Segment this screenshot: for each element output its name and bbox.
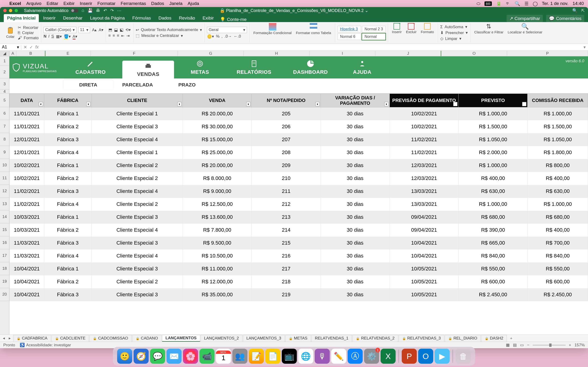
cell-cli[interactable]: Cliente Especial 2 [92,172,182,185]
menu-ferramentas[interactable]: Ferramentas [121,1,146,6]
clear-button[interactable]: ◇Limpar ▾ [440,36,468,41]
table-row[interactable]: 11/03/2021Fábrica 3Cliente Especial 3R$ … [10,237,588,250]
cell-previsto[interactable]: R$ 680,00 [459,211,527,224]
cell-fab[interactable]: Fábrica 4 [44,146,92,159]
dock-finder[interactable]: 🙂 [117,349,132,364]
row-header[interactable]: 3 [0,78,9,90]
cell-prev[interactable]: 11/02/2021 [389,146,458,159]
nav-vendas[interactable]: VENDAS [122,61,174,78]
cut-button[interactable]: ✂Recortar [18,25,39,30]
number-format-select[interactable]: Geral▾ [207,27,247,33]
cell-prev[interactable]: 10/05/2021 [389,288,458,301]
dock-settings[interactable]: ⚙️1 [364,349,379,364]
cell-nota[interactable]: 219 [252,288,320,301]
filter-icon[interactable]: ▾ [86,102,91,106]
menu-formatar[interactable]: Formatar [97,1,115,6]
dock-excel[interactable]: X [380,349,396,364]
row-header[interactable]: 2 [0,66,9,78]
cell-data[interactable]: 11/01/2021 [10,120,44,133]
cell-nota[interactable]: 215 [252,237,320,250]
cell-fab[interactable]: Fábrica 4 [44,250,92,262]
cell-prev[interactable]: 13/03/2021 [389,185,458,198]
cell-style-normal23[interactable]: Normal 2 3 [362,26,386,33]
zoom-slider[interactable] [533,345,566,346]
enter-icon[interactable]: ✓ [29,45,33,50]
font-size-select[interactable]: 11▾ [78,27,90,33]
sheet-tab[interactable]: 🔒CADCOMISSAO [89,335,132,342]
cell-com[interactable]: R$ 1.000,00 [527,107,588,120]
filter-icon[interactable]: ▾ [177,102,182,106]
nav-relatorios[interactable]: RELATÓRIOS [226,56,282,78]
subtab-direta[interactable]: DIRETA [63,80,113,90]
cell-fab[interactable]: Fábrica 3 [44,288,92,301]
cell-venda[interactable]: R$ 10.500,00 [183,250,252,262]
th-previsao-pag[interactable]: PREVISÃO DE PAGAMENTO▾ [389,94,458,107]
cell-previsto[interactable]: R$ 630,00 [459,185,527,198]
menu-inserir[interactable]: Inserir [80,1,92,6]
col-header[interactable]: P [507,51,588,56]
cell-var[interactable]: 30 dias [320,172,389,185]
format-as-table-button[interactable]: Formatar como Tabela [294,23,333,42]
font-color-button[interactable]: A▾ [73,34,77,39]
table-row[interactable]: 12/01/2021Fábrica 3Cliente Especial 4R$ … [10,133,588,146]
cell-data[interactable]: 11/03/2021 [10,250,44,262]
cell-data[interactable]: 10/03/2021 [10,211,44,224]
cell-var[interactable]: 30 dias [320,211,389,224]
cell-fab[interactable]: Fábrica 4 [44,198,92,211]
table-row[interactable]: 10/04/2021Fábrica 2Cliente Especial 2R$ … [10,275,588,288]
insert-cells-button[interactable]: ＋Inserir [390,23,403,42]
bold-button[interactable]: N [43,34,46,39]
table-row[interactable]: 12/01/2021Fábrica 4Cliente Especial 1R$ … [10,146,588,159]
cell-fab[interactable]: Fábrica 1 [44,211,92,224]
border-button[interactable]: ▦▾ [56,34,62,39]
zoom-level[interactable]: 157% [575,343,585,348]
name-box[interactable]: A1▾ [0,45,21,50]
cell-previsto[interactable]: R$ 390,00 [459,224,527,237]
row-header[interactable]: 6 [0,107,9,120]
sheet-tab[interactable]: 🔒DASH2 [481,335,507,342]
cell-fab[interactable]: Fábrica 2 [44,224,92,237]
fill-color-button[interactable]: 🪣▾ [64,34,71,39]
dock-trash[interactable]: 🗑 [456,349,471,364]
row-header[interactable]: 19 [0,275,9,288]
cell-com[interactable]: R$ 400,00 [527,224,588,237]
align-left-button[interactable]: ≡ [108,33,111,38]
ribbon-collapse-icon[interactable]: ⇱ [581,8,585,13]
control-center-icon[interactable]: ☰ [525,1,528,6]
cell-nota[interactable]: 218 [252,275,320,288]
dock-facetime[interactable]: 📹 [199,349,215,364]
cell-com[interactable]: R$ 550,00 [527,262,588,275]
prev-sheet-button[interactable]: ▸ [7,335,12,341]
row-header[interactable]: 7 [0,120,9,133]
cell-data[interactable]: 10/02/2021 [10,159,44,172]
autosum-button[interactable]: ΣAutoSoma ▾ [440,25,468,29]
cell-var[interactable]: 30 dias [320,107,389,120]
qat-more-icon[interactable]: ⋯ [117,8,121,13]
comments-button[interactable]: 💬Comentários [546,15,584,22]
cell-nota[interactable]: 217 [252,262,320,275]
cell-prev[interactable]: 12/03/2021 [389,159,458,172]
dock-quicktime[interactable]: ▶ [435,349,450,364]
cell-fab[interactable]: Fábrica 3 [44,237,92,250]
cell-previsto[interactable]: R$ 1.000,00 [459,198,527,211]
sheet-tab[interactable]: LANÇAMENTOS_2 [201,335,242,342]
page-layout-button[interactable]: ▤ [513,342,517,348]
cell-previsto[interactable]: R$ 2.000,00 [459,146,527,159]
cell-prev[interactable]: 10/02/2021 [389,107,458,120]
th-venda[interactable]: VENDA▾ [183,94,252,107]
percent-button[interactable]: % [216,34,219,39]
orientation-button[interactable]: ⟲▾ [125,27,131,33]
cell-previsto[interactable]: R$ 1.000,00 [459,107,527,120]
share-button[interactable]: ↗Compartilhar [507,15,543,22]
cell-prev[interactable]: 10/05/2021 [389,275,458,288]
cell-var[interactable]: 30 dias [320,275,389,288]
menu-exibir[interactable]: Exibir [63,1,75,6]
sheet-tab[interactable]: RELATVENDAS_1 [311,335,352,342]
filter-icon[interactable]: ▾ [384,102,389,106]
sheet-tab[interactable]: 🔒REL_DIARIO [445,335,481,342]
find-select-button[interactable]: 🔍Localizar e Selecionar [506,23,544,42]
sheet-tab[interactable]: 🔒CADCLIENTE [52,335,89,342]
cell-prev[interactable]: 10/02/2021 [389,120,458,133]
align-center-button[interactable]: ≡ [113,33,115,38]
merge-button[interactable]: ⬚Mesclar e Centralizar ▾ [136,33,202,38]
